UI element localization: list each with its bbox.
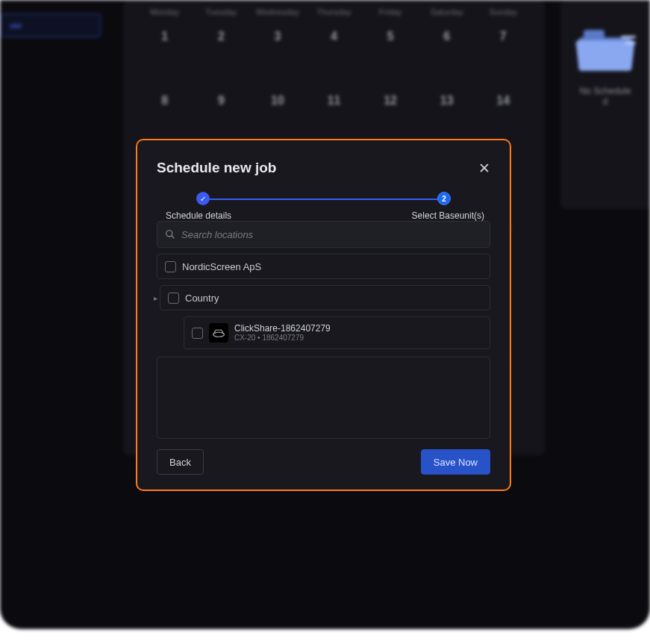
checkmark-icon: ✓ [200,195,206,203]
modal-content: NordicScreen ApS ▸ Country ClickShare-18… [157,221,490,439]
modal-footer: Back Save Now [157,449,490,475]
save-now-button[interactable]: Save Now [421,449,490,475]
org-checkbox[interactable] [165,261,176,272]
sidebar-nav-item: uler [0,13,101,37]
back-button[interactable]: Back [157,449,204,475]
empty-state-panel: No Schedule d [560,0,650,209]
stepper-line [203,198,444,200]
folder-icon [579,30,631,71]
sidebar-nav-label: uler [10,22,22,30]
search-icon [165,229,175,240]
close-icon: ✕ [478,160,490,176]
search-locations-field[interactable] [157,221,490,248]
modal-title: Schedule new job [157,160,276,176]
step-1-label: Schedule details [166,210,231,221]
svg-point-0 [166,231,172,237]
calendar-headers: Monday Tuesday Wednesday Thursday Friday… [134,7,534,16]
device-checkbox[interactable] [192,328,203,339]
device-row[interactable]: ClickShare-1862407279 CX-20 • 1862407279 [184,316,490,349]
org-label: NordicScreen ApS [182,261,261,272]
modal-header: Schedule new job ✕ [157,160,490,176]
step-2-indicator[interactable]: 2 [437,192,451,205]
device-meta: ClickShare-1862407279 CX-20 • 1862407279 [234,323,331,343]
search-input[interactable] [181,229,482,240]
chevron-right-icon[interactable]: ▸ [151,294,160,302]
calendar-row: 8 9 10 11 12 13 14 [134,94,534,107]
save-label: Save Now [434,457,478,468]
org-row[interactable]: NordicScreen ApS [157,254,490,279]
group-row[interactable]: Country [160,285,490,310]
back-label: Back [169,457,191,468]
close-button[interactable]: ✕ [478,161,490,175]
svg-point-2 [213,332,225,337]
device-icon [209,323,228,343]
step-1-indicator[interactable]: ✓ [196,192,210,205]
step-number: 2 [442,195,446,203]
empty-state-text: No Schedule [580,86,631,96]
device-sub: CX-20 • 1862407279 [234,334,331,343]
wizard-stepper: ✓ 2 Schedule details Select Baseunit(s) [193,191,454,210]
step-2-label: Select Baseunit(s) [412,210,484,221]
tree-empty-space [157,357,490,439]
empty-state-text: d [603,96,608,107]
baseunit-icon [212,328,225,337]
calendar-row: 1 2 3 4 5 6 7 [134,30,534,43]
group-checkbox[interactable] [168,293,179,304]
schedule-job-modal: Schedule new job ✕ ✓ 2 Schedule details … [136,139,511,491]
device-name: ClickShare-1862407279 [234,323,331,334]
group-label: Country [185,293,219,304]
svg-line-1 [172,236,175,239]
